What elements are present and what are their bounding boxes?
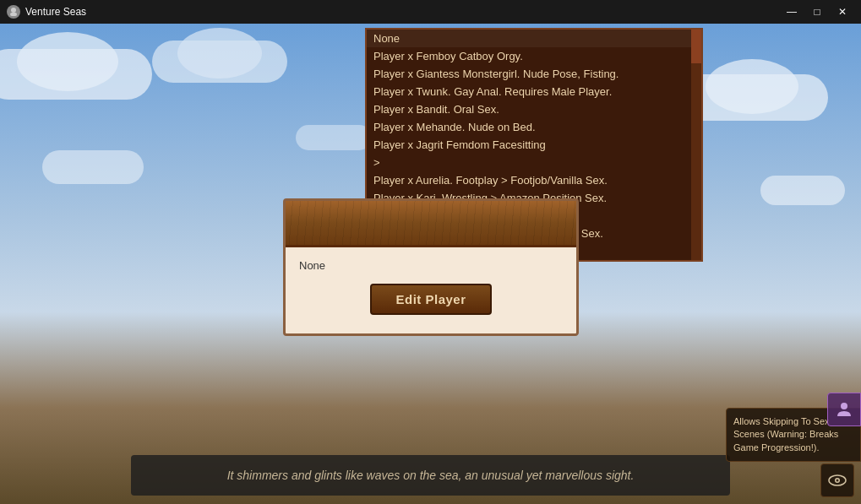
list-item[interactable]: None [367,30,701,47]
svg-point-2 [841,403,847,409]
scrollbar-thumb[interactable] [691,30,701,63]
list-item[interactable]: Player x Bandit. Oral Sex. [367,100,701,118]
narrative-text-bar: It shimmers and glints like waves on the… [131,455,730,496]
select-current-value: None [299,256,563,275]
cloud-5 [42,150,144,184]
list-item[interactable]: Player x Twunk. Gay Anal. Requires Male … [367,83,701,100]
eye-icon [828,471,847,490]
list-item[interactable]: > [367,154,701,171]
narrative-text: It shimmers and glints like waves on the… [151,469,710,482]
titlebar-controls: — □ ✕ [780,3,854,21]
edit-player-button[interactable]: Edit Player [370,284,491,315]
cloud-7 [296,125,372,150]
titlebar: Venture Seas — □ ✕ [0,0,861,24]
wood-grain-decoration [286,201,576,245]
cloud-1 [0,49,152,100]
game-area: None Player x Femboy Catboy Orgy. Player… [0,24,861,504]
dialog-content: None Edit Player [286,247,576,323]
cloud-2 [152,41,287,83]
app-icon [7,5,20,19]
list-item[interactable]: Player x Femboy Catboy Orgy. [367,47,701,65]
select-wrapper[interactable]: None [299,256,563,275]
list-item[interactable]: Player x Mehande. Nude on Bed. [367,118,701,136]
minimize-button[interactable]: — [780,3,804,21]
list-item[interactable]: Player x Aurelia. Footplay > Footjob/Van… [367,171,701,189]
svg-point-0 [11,8,16,13]
app-title: Venture Seas [25,6,86,18]
cloud-6 [760,176,845,205]
close-button[interactable]: ✕ [831,3,854,21]
svg-point-5 [836,480,839,482]
character-icon-button[interactable] [827,393,861,426]
list-item[interactable]: Player x Jagrit Femdom Facesitting [367,136,701,154]
scrollbar[interactable] [691,30,701,260]
maximize-button[interactable]: □ [805,3,829,21]
dialog-header [286,201,576,247]
eye-toggle-button[interactable] [820,463,854,497]
person-icon [835,400,853,419]
edit-player-dialog: None Edit Player [283,198,579,336]
svg-rect-1 [10,13,17,16]
titlebar-left: Venture Seas [7,5,86,19]
list-item[interactable]: Player x Giantess Monstergirl. Nude Pose… [367,65,701,83]
